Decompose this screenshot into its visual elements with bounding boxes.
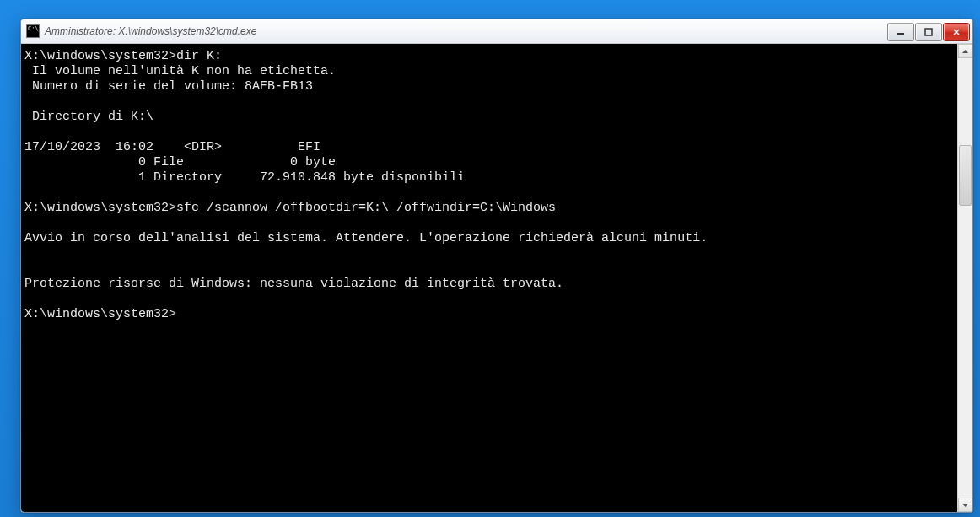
chevron-up-icon xyxy=(962,50,968,53)
maximize-icon xyxy=(924,28,933,36)
desktop: Amministratore: X:\windows\system32\cmd.… xyxy=(0,0,980,517)
maximize-button[interactable] xyxy=(915,23,942,41)
scroll-up-button[interactable] xyxy=(958,44,972,58)
svg-rect-0 xyxy=(897,33,904,35)
minimize-button[interactable] xyxy=(887,23,914,41)
minimize-icon xyxy=(897,28,905,36)
window-title: Amministratore: X:\windows\system32\cmd.… xyxy=(45,25,256,37)
titlebar[interactable]: Amministratore: X:\windows\system32\cmd.… xyxy=(21,19,972,44)
window-controls xyxy=(887,23,972,40)
client-area: X:\windows\system32>dir K: Il volume nel… xyxy=(21,44,972,512)
vertical-scrollbar[interactable] xyxy=(957,44,972,512)
close-icon xyxy=(952,28,961,36)
chevron-down-icon xyxy=(962,504,968,507)
svg-rect-1 xyxy=(925,29,932,35)
scroll-down-button[interactable] xyxy=(958,498,972,512)
cmd-window: Amministratore: X:\windows\system32\cmd.… xyxy=(20,19,973,513)
cmd-icon xyxy=(26,24,40,38)
scrollbar-thumb[interactable] xyxy=(959,145,972,206)
close-button[interactable] xyxy=(943,23,970,41)
console-output[interactable]: X:\windows\system32>dir K: Il volume nel… xyxy=(21,44,957,512)
